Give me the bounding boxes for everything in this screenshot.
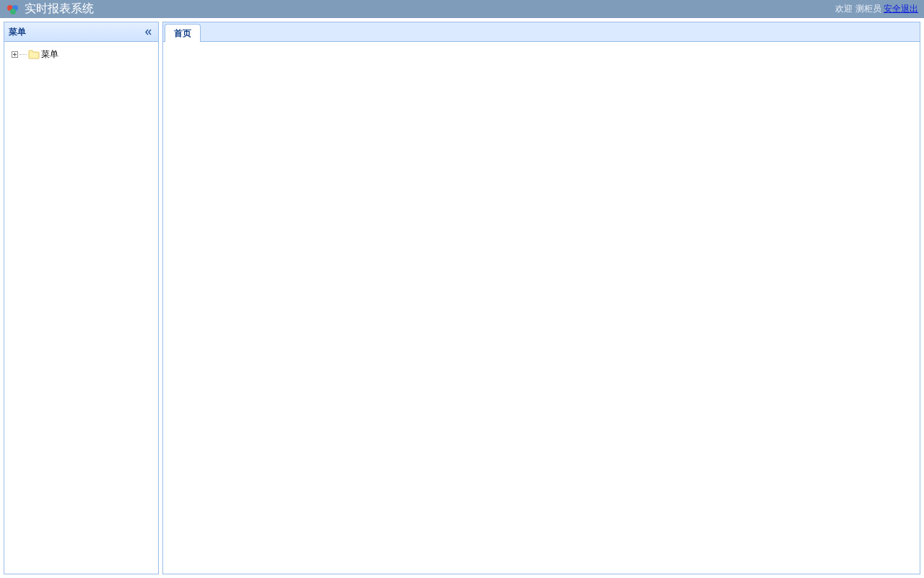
welcome-label: 欢迎: [835, 4, 853, 14]
collapse-sidebar-button[interactable]: [143, 27, 154, 38]
tree-elbow-line: [19, 48, 28, 61]
tab-content-home: [163, 42, 920, 574]
folder-icon: [28, 49, 40, 59]
sidebar-title: 菜单: [9, 26, 26, 38]
tree-expand-icon[interactable]: [12, 51, 18, 58]
svg-point-2: [10, 9, 16, 14]
sidebar-panel: 菜单 菜单: [4, 22, 159, 574]
header-right: 欢迎 测柜员 安全退出: [835, 3, 918, 15]
logout-link[interactable]: 安全退出: [884, 4, 918, 14]
username-label: 测柜员: [855, 4, 881, 14]
chevron-left-double-icon: [144, 27, 153, 37]
tab-label: 首页: [174, 27, 191, 40]
tree-root-node[interactable]: 菜单: [9, 48, 154, 61]
sidebar-body: 菜单: [4, 42, 158, 574]
main-panel: 首页: [162, 22, 920, 574]
app-title: 实时报表系统: [25, 1, 94, 17]
main-layout: 菜单 菜单 首页: [0, 18, 924, 578]
app-logo-icon: [6, 3, 20, 16]
tabstrip: 首页: [163, 22, 920, 42]
tab-home[interactable]: 首页: [165, 24, 201, 42]
header-left: 实时报表系统: [6, 1, 94, 17]
sidebar-header: 菜单: [4, 22, 158, 42]
tree-node-label: 菜单: [41, 48, 58, 61]
app-header: 实时报表系统 欢迎 测柜员 安全退出: [0, 0, 924, 18]
